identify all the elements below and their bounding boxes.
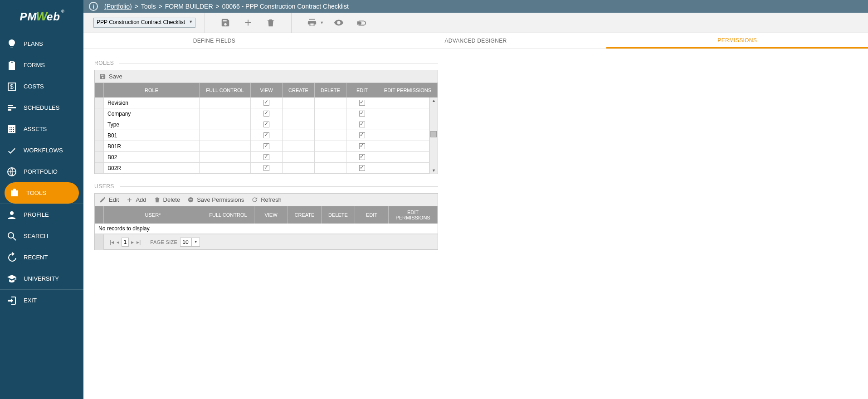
cell-create <box>283 130 315 141</box>
users-delete-button[interactable]: Delete <box>154 196 180 203</box>
checkbox[interactable] <box>359 165 365 171</box>
info-icon[interactable]: i <box>89 2 98 11</box>
sidebar-item-schedules[interactable]: SCHEDULES <box>0 97 83 118</box>
col-view: VIEW <box>251 83 283 97</box>
cell-create <box>283 152 315 162</box>
pager-first-icon[interactable]: |◂ <box>108 239 115 245</box>
cell-role: B02 <box>104 152 200 162</box>
sidebar-item-plans[interactable]: PLANS <box>0 33 83 54</box>
tab-advanced-designer[interactable]: ADVANCED DESIGNER <box>345 33 607 49</box>
person-icon <box>6 209 17 220</box>
cell-edit <box>346 163 378 173</box>
cell-edit-permissions <box>378 163 429 173</box>
sidebar-item-forms[interactable]: FORMS <box>0 54 83 76</box>
pager-next-icon[interactable]: ▸ <box>130 239 135 245</box>
checkbox[interactable] <box>359 111 365 117</box>
users-no-records: No records to display. <box>95 224 438 234</box>
checkbox[interactable] <box>359 132 365 138</box>
cell-full-control <box>200 108 251 119</box>
scroll-down-icon[interactable]: ▼ <box>432 167 436 174</box>
users-save-permissions-button[interactable]: Save Permissions <box>187 196 244 203</box>
cell-delete <box>315 163 346 173</box>
search-icon <box>6 231 17 242</box>
check-icon <box>6 145 17 156</box>
cell-edit <box>346 97 378 108</box>
sidebar-item-label: RECENT <box>24 254 48 261</box>
clipboard-icon <box>6 60 17 71</box>
print-icon[interactable] <box>306 17 318 29</box>
sidebar-item-label: SEARCH <box>24 233 48 239</box>
topbar: ‹ i (Portfolio) > Tools > FORM BUILDER >… <box>0 0 868 13</box>
table-row[interactable]: B02R <box>95 163 429 174</box>
sidebar: PLANS FORMS $ COSTS SCHEDULES <box>0 13 83 399</box>
globe-icon <box>6 166 17 177</box>
svg-point-5 <box>10 211 14 215</box>
breadcrumb: (Portfolio) > Tools > FORM BUILDER > 000… <box>104 3 349 10</box>
roles-toolbar: Save <box>95 70 438 83</box>
checkbox[interactable] <box>263 154 269 160</box>
roles-save-button[interactable]: Save <box>99 73 122 80</box>
checkbox[interactable] <box>359 122 365 127</box>
minus-circle-icon <box>187 196 194 203</box>
checkbox[interactable] <box>263 165 269 171</box>
exit-icon <box>6 295 17 306</box>
record-select[interactable]: PPP Construction Contract Checklist <box>93 18 195 28</box>
sidebar-item-label: EXIT <box>24 297 37 304</box>
users-add-button[interactable]: Add <box>126 196 146 203</box>
content: PPP Construction Contract Checklist ▼ <box>83 13 868 399</box>
roles-grid-body: RevisionCompanyTypeB01B01RB02B02R <box>95 97 429 174</box>
sidebar-item-exit[interactable]: EXIT <box>0 290 83 311</box>
sidebar-item-label: SCHEDULES <box>24 104 59 111</box>
sidebar-item-university[interactable]: UNIVERSITY <box>0 268 83 289</box>
checkbox[interactable] <box>359 154 365 160</box>
breadcrumb-tools: Tools <box>141 3 156 10</box>
checkbox[interactable] <box>263 143 269 149</box>
sidebar-item-costs[interactable]: $ COSTS <box>0 76 83 97</box>
pager-size-select[interactable]: ▼ <box>180 238 200 247</box>
table-row[interactable]: Type <box>95 119 429 130</box>
roles-scrollbar[interactable]: ▲ ▼ <box>429 97 438 174</box>
cell-edit <box>346 108 378 119</box>
checkbox[interactable] <box>359 100 365 106</box>
sidebar-item-workflows[interactable]: WORKFLOWS <box>0 140 83 161</box>
sidebar-item-recent[interactable]: RECENT <box>0 247 83 268</box>
delete-icon[interactable] <box>265 17 277 29</box>
users-refresh-button[interactable]: Refresh <box>251 196 282 203</box>
sidebar-item-label: ASSETS <box>24 126 47 132</box>
print-dropdown-icon[interactable]: ▼ <box>320 20 324 25</box>
cell-edit-permissions <box>378 130 429 141</box>
breadcrumb-portfolio[interactable]: (Portfolio) <box>104 3 132 10</box>
checkbox[interactable] <box>359 143 365 149</box>
save-icon[interactable] <box>219 17 231 29</box>
preview-icon[interactable] <box>333 17 345 29</box>
sidebar-item-tools[interactable]: TOOLS <box>5 182 79 204</box>
sidebar-item-assets[interactable]: ASSETS <box>0 118 83 140</box>
chevron-down-icon[interactable]: ▼ <box>191 238 200 246</box>
svg-rect-2 <box>8 107 16 108</box>
toggle-icon[interactable] <box>356 17 367 29</box>
tab-permissions[interactable]: PERMISSIONS <box>606 33 868 49</box>
pager-prev-icon[interactable]: ◂ <box>115 239 121 245</box>
table-row[interactable]: B01 <box>95 130 429 141</box>
table-row[interactable]: B02 <box>95 152 429 163</box>
scroll-up-icon[interactable]: ▲ <box>432 97 436 104</box>
briefcase-icon <box>9 188 20 199</box>
cell-full-control <box>200 152 251 162</box>
sidebar-item-profile[interactable]: PROFILE <box>0 204 83 225</box>
table-row[interactable]: B01R <box>95 141 429 152</box>
users-edit-button[interactable]: Edit <box>99 196 119 203</box>
pager-last-icon[interactable]: ▸| <box>135 239 142 245</box>
sidebar-item-search[interactable]: SEARCH <box>0 225 83 247</box>
add-icon[interactable] <box>242 17 254 29</box>
tab-define-fields[interactable]: DEFINE FIELDS <box>83 33 345 49</box>
table-row[interactable]: Revision <box>95 97 429 108</box>
sidebar-item-portfolio[interactable]: PORTFOLIO <box>0 161 83 182</box>
pager-page-input[interactable] <box>122 238 129 247</box>
table-row[interactable]: Company <box>95 108 429 119</box>
checkbox[interactable] <box>263 122 269 127</box>
cell-role: Type <box>104 119 200 130</box>
checkbox[interactable] <box>263 100 269 106</box>
checkbox[interactable] <box>263 132 269 138</box>
checkbox[interactable] <box>263 111 269 117</box>
cell-edit <box>346 152 378 162</box>
